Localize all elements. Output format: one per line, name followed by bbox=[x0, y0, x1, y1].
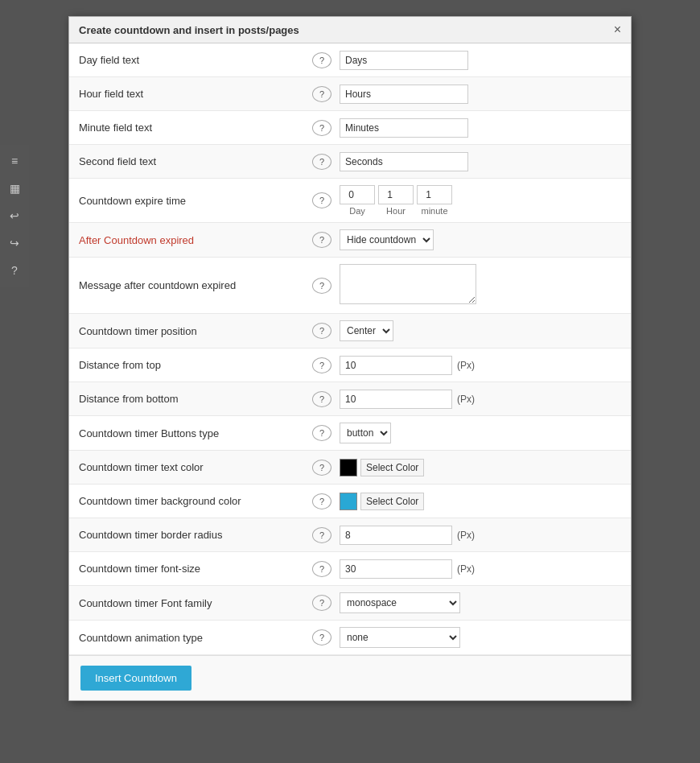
help-icon-day[interactable]: ? bbox=[312, 52, 331, 68]
sidebar-icon-help[interactable]: ? bbox=[3, 259, 26, 282]
input-text-color[interactable]: Select Color bbox=[340, 459, 621, 476]
label-border-radius: Countdown timer border radius bbox=[79, 529, 312, 541]
bg-color-select-label[interactable]: Select Color bbox=[360, 493, 424, 510]
row-expire-time: Countdown expire time ? Day Hour minute bbox=[69, 179, 631, 223]
label-font-size: Countdown timer font-size bbox=[79, 563, 312, 575]
font-size-unit: (Px) bbox=[457, 563, 475, 575]
expire-minute-input[interactable] bbox=[417, 185, 452, 204]
label-hour-field-text: Hour field text bbox=[79, 88, 312, 100]
label-animation-type: Countdown animation type bbox=[79, 632, 312, 644]
hour-field-text-input[interactable] bbox=[340, 85, 468, 104]
border-radius-unit: (Px) bbox=[457, 530, 475, 541]
label-distance-bottom: Distance from bottom bbox=[79, 393, 312, 405]
row-hour-field-text: Hour field text ? bbox=[69, 77, 631, 111]
minute-field-text-input[interactable] bbox=[340, 118, 468, 138]
label-distance-top: Distance from top bbox=[79, 359, 312, 371]
input-day-field-text bbox=[340, 51, 621, 70]
sidebar-icon-undo[interactable]: ↩ bbox=[3, 204, 26, 227]
input-minute-field-text bbox=[340, 118, 621, 138]
label-timer-position: Countdown timer position bbox=[79, 325, 312, 337]
modal-overlay: ≡ ▦ ↩ ↪ ? Create countdown and insert in… bbox=[0, 0, 700, 763]
modal-body: Day field text ? Hour field text ? Minut… bbox=[69, 43, 631, 655]
help-icon-font-family[interactable]: ? bbox=[312, 595, 331, 611]
sidebar-icon-menu[interactable]: ≡ bbox=[3, 150, 26, 172]
help-icon-font-size[interactable]: ? bbox=[312, 561, 331, 577]
label-text-color: Countdown timer text color bbox=[79, 461, 312, 473]
row-timer-position: Countdown timer position ? Left Center R… bbox=[69, 314, 631, 349]
font-size-input[interactable] bbox=[340, 559, 452, 579]
bg-color-swatch[interactable] bbox=[340, 493, 357, 510]
second-field-text-input[interactable] bbox=[340, 152, 468, 171]
after-expired-select[interactable]: Hide countdown Show message Redirect bbox=[340, 229, 434, 250]
input-buttons-type: button link bbox=[340, 423, 621, 443]
help-icon-animation[interactable]: ? bbox=[312, 629, 331, 645]
modal-close-button[interactable]: × bbox=[614, 23, 621, 36]
help-icon-hour[interactable]: ? bbox=[312, 86, 331, 102]
input-message-expired bbox=[340, 264, 621, 307]
input-distance-bottom: (Px) bbox=[340, 390, 621, 409]
distance-top-input[interactable] bbox=[340, 356, 452, 375]
row-border-radius: Countdown timer border radius ? (Px) bbox=[69, 518, 631, 552]
help-icon-expire[interactable]: ? bbox=[312, 192, 331, 208]
help-icon-buttons-type[interactable]: ? bbox=[312, 425, 331, 441]
expire-day-label: Day bbox=[349, 206, 365, 216]
row-day-field-text: Day field text ? bbox=[69, 43, 631, 77]
label-after-expired: After Countdown expired bbox=[79, 234, 312, 246]
label-buttons-type: Countdown timer Buttons type bbox=[79, 427, 312, 439]
label-second-field-text: Second field text bbox=[79, 155, 312, 167]
label-minute-field-text: Minute field text bbox=[79, 122, 312, 134]
buttons-type-select[interactable]: button link bbox=[340, 423, 391, 443]
message-expired-textarea[interactable] bbox=[340, 264, 476, 304]
row-animation-type: Countdown animation type ? none fade sli… bbox=[69, 621, 631, 655]
sidebar-icons: ≡ ▦ ↩ ↪ ? bbox=[0, 145, 29, 287]
expire-time-hour-unit: Hour bbox=[378, 185, 414, 216]
help-icon-dist-top[interactable]: ? bbox=[312, 357, 331, 373]
distance-bottom-unit: (Px) bbox=[457, 394, 475, 405]
input-bg-color[interactable]: Select Color bbox=[340, 493, 621, 510]
expire-hour-input[interactable] bbox=[378, 185, 414, 204]
help-icon-border-radius[interactable]: ? bbox=[312, 527, 331, 543]
input-border-radius: (Px) bbox=[340, 526, 621, 545]
help-icon-message[interactable]: ? bbox=[312, 278, 331, 294]
timer-position-select[interactable]: Left Center Right bbox=[340, 320, 393, 341]
modal-dialog: Create countdown and insert in posts/pag… bbox=[68, 16, 632, 701]
help-icon-dist-bottom[interactable]: ? bbox=[312, 391, 331, 407]
text-color-swatch[interactable] bbox=[340, 459, 357, 476]
help-icon-position[interactable]: ? bbox=[312, 323, 331, 339]
text-color-select-label[interactable]: Select Color bbox=[360, 459, 424, 476]
label-expire-time: Countdown expire time bbox=[79, 195, 312, 207]
insert-countdown-button[interactable]: Insert Countdown bbox=[80, 666, 191, 691]
input-after-expired: Hide countdown Show message Redirect bbox=[340, 229, 621, 250]
distance-bottom-input[interactable] bbox=[340, 390, 452, 409]
help-icon-second[interactable]: ? bbox=[312, 154, 331, 170]
row-font-size: Countdown timer font-size ? (Px) bbox=[69, 552, 631, 586]
label-font-family: Countdown timer Font family bbox=[79, 597, 312, 609]
row-minute-field-text: Minute field text ? bbox=[69, 111, 631, 145]
help-icon-text-color[interactable]: ? bbox=[312, 460, 331, 476]
row-distance-top: Distance from top ? (Px) bbox=[69, 349, 631, 382]
row-second-field-text: Second field text ? bbox=[69, 145, 631, 179]
label-day-field-text: Day field text bbox=[79, 54, 312, 66]
border-radius-input[interactable] bbox=[340, 526, 452, 545]
input-hour-field-text bbox=[340, 85, 621, 104]
day-field-text-input[interactable] bbox=[340, 51, 468, 70]
help-icon-bg-color[interactable]: ? bbox=[312, 493, 331, 509]
input-timer-position: Left Center Right bbox=[340, 320, 621, 341]
input-font-family: monospace serif sans-serif cursive bbox=[340, 592, 621, 613]
row-distance-bottom: Distance from bottom ? (Px) bbox=[69, 382, 631, 416]
help-icon-after-expired[interactable]: ? bbox=[312, 232, 331, 248]
distance-top-unit: (Px) bbox=[457, 360, 475, 371]
row-message-expired: Message after countdown expired ? bbox=[69, 258, 631, 314]
sidebar-icon-grid[interactable]: ▦ bbox=[3, 177, 26, 200]
label-bg-color: Countdown timer background color bbox=[79, 495, 312, 507]
label-message-expired: Message after countdown expired bbox=[79, 279, 312, 291]
input-font-size: (Px) bbox=[340, 559, 621, 579]
expire-day-input[interactable] bbox=[340, 185, 375, 204]
expire-time-group: Day Hour minute bbox=[340, 185, 621, 216]
help-icon-minute[interactable]: ? bbox=[312, 120, 331, 136]
animation-type-select[interactable]: none fade slide bbox=[340, 627, 460, 648]
expire-time-minute-unit: minute bbox=[417, 185, 452, 216]
sidebar-icon-redo[interactable]: ↪ bbox=[3, 232, 26, 254]
expire-hour-label: Hour bbox=[386, 206, 406, 216]
font-family-select[interactable]: monospace serif sans-serif cursive bbox=[340, 592, 460, 613]
